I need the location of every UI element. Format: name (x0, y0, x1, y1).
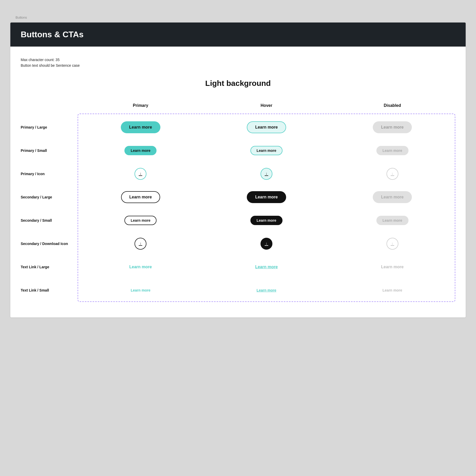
cell-primary-small-hover: Learn more (204, 139, 330, 162)
btn-primary-large-primary[interactable]: Learn more (121, 121, 160, 133)
download-icon: ↓ (139, 172, 142, 176)
download-icon-hover: ↓ (265, 172, 268, 176)
row-label-text-large: Text Link / Large (21, 255, 78, 279)
download-icon-disabled: ↓ (391, 172, 394, 176)
row-label-secondary-download: Secondary / Download Icon (21, 232, 78, 255)
cell-primary-large-hover: Learn more (204, 116, 330, 139)
cell-primary-small-primary: Learn more (78, 139, 204, 162)
btn-secondary-dl-disabled: ↓ (386, 238, 398, 250)
btn-primary-small-hover[interactable]: Learn more (250, 146, 282, 155)
cell-secondary-small-hover: Learn more (204, 209, 330, 232)
row-label-primary-small: Primary / Small (21, 139, 78, 162)
btn-primary-small-disabled: Learn more (376, 146, 408, 155)
cell-primary-large-disabled: Learn more (329, 116, 455, 139)
btn-text-large-disabled: Learn more (381, 265, 404, 269)
cell-text-small-hover: Learn more (204, 279, 330, 302)
download-icon-secondary: ↓ (139, 241, 142, 246)
btn-secondary-large-hover[interactable]: Learn more (247, 191, 286, 203)
download-icon-secondary-hover: ↓ (265, 241, 268, 246)
breadcrumb: Buttons (10, 16, 466, 19)
col-header-primary: Primary (78, 98, 204, 116)
cell-primary-icon-hover: ↓ (204, 162, 330, 185)
btn-secondary-small-disabled: Learn more (376, 216, 408, 225)
btn-text-large-primary[interactable]: Learn more (129, 265, 152, 269)
btn-secondary-dl-primary[interactable]: ↓ (135, 238, 146, 250)
cell-primary-icon-disabled: ↓ (329, 162, 455, 185)
cell-secondary-small-primary: Learn more (78, 209, 204, 232)
cell-text-large-disabled: Learn more (329, 255, 455, 279)
col-empty (21, 98, 78, 116)
btn-primary-icon-hover[interactable]: ↓ (261, 168, 272, 180)
page-container: Buttons & CTAs Max character count: 35 B… (10, 23, 466, 317)
btn-primary-icon-disabled: ↓ (386, 168, 398, 180)
cell-text-small-primary: Learn more (78, 279, 204, 302)
button-grid: Primary Hover Disabled Primary / Large L… (21, 98, 455, 302)
row-label-primary-large: Primary / Large (21, 116, 78, 139)
row-label-text-small: Text Link / Small (21, 279, 78, 302)
btn-text-large-hover[interactable]: Learn more (255, 265, 278, 269)
cell-secondary-large-hover: Learn more (204, 185, 330, 209)
btn-text-small-hover[interactable]: Learn more (257, 288, 276, 292)
cell-primary-icon-primary: ↓ (78, 162, 204, 185)
download-icon-secondary-disabled: ↓ (391, 241, 394, 246)
cell-text-large-primary: Learn more (78, 255, 204, 279)
row-label-secondary-large: Secondary / Large (21, 185, 78, 209)
meta-line1: Max character count: 35 (21, 57, 455, 63)
btn-text-small-disabled: Learn more (383, 288, 402, 292)
btn-primary-large-hover[interactable]: Learn more (247, 121, 286, 133)
page-content: Max character count: 35 Button text shou… (10, 47, 466, 317)
cell-secondary-large-primary: Learn more (78, 185, 204, 209)
btn-primary-large-disabled: Learn more (373, 121, 412, 133)
page-header: Buttons & CTAs (10, 23, 466, 47)
page-title: Buttons & CTAs (21, 30, 455, 39)
row-label-secondary-small: Secondary / Small (21, 209, 78, 232)
cell-primary-small-disabled: Learn more (329, 139, 455, 162)
cell-text-small-disabled: Learn more (329, 279, 455, 302)
cell-primary-large-primary: Learn more (78, 116, 204, 139)
btn-primary-small-primary[interactable]: Learn more (124, 146, 157, 155)
btn-secondary-large-disabled: Learn more (373, 191, 412, 203)
cell-secondary-small-disabled: Learn more (329, 209, 455, 232)
cell-secondary-dl-disabled: ↓ (329, 232, 455, 255)
cell-secondary-large-disabled: Learn more (329, 185, 455, 209)
btn-text-small-primary[interactable]: Learn more (131, 288, 150, 292)
cell-text-large-hover: Learn more (204, 255, 330, 279)
btn-secondary-small-hover[interactable]: Learn more (250, 216, 282, 225)
col-header-disabled: Disabled (329, 98, 455, 116)
section-title: Light background (21, 79, 455, 88)
cell-secondary-dl-hover: ↓ (204, 232, 330, 255)
cell-secondary-dl-primary: ↓ (78, 232, 204, 255)
btn-secondary-small-primary[interactable]: Learn more (124, 216, 157, 225)
btn-secondary-large-primary[interactable]: Learn more (121, 191, 160, 203)
row-label-primary-icon: Primary / Icon (21, 162, 78, 185)
col-header-hover: Hover (204, 98, 330, 116)
meta-line2: Button text should be Sentence case (21, 63, 455, 68)
btn-secondary-dl-hover[interactable]: ↓ (261, 238, 272, 250)
meta-info: Max character count: 35 Button text shou… (21, 57, 455, 69)
btn-primary-icon-primary[interactable]: ↓ (135, 168, 146, 180)
